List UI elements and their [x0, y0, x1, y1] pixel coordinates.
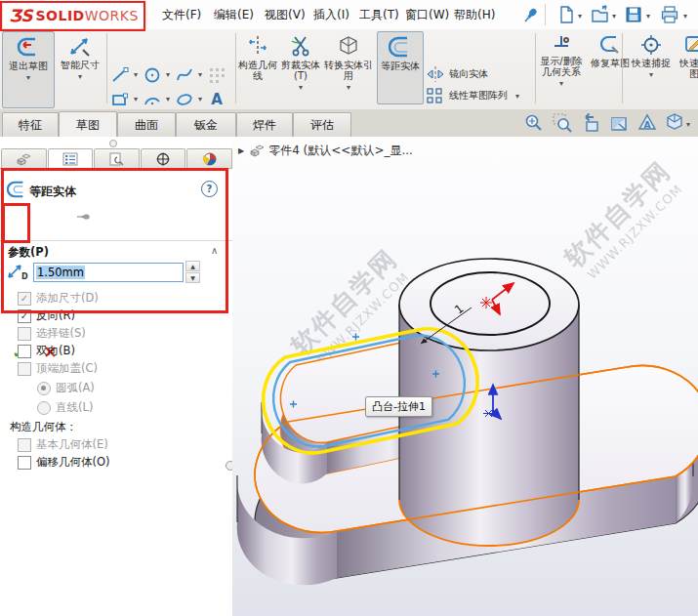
spline-tool-icon[interactable] — [175, 65, 194, 85]
option-label: 偏移几何体(O) — [36, 455, 110, 470]
exit-sketch-button[interactable]: 退出草图 ▾ — [2, 31, 55, 108]
menu-edit[interactable]: 编辑(E) — [214, 7, 254, 23]
sketch-text-icon[interactable]: A — [207, 90, 226, 109]
convert-entities-caret[interactable]: ▾ — [347, 82, 350, 93]
menu-view[interactable]: 视图(V) — [265, 7, 306, 23]
arc-tool-icon[interactable] — [143, 90, 162, 109]
option-offset-geometry[interactable]: 偏移几何体(O) — [18, 455, 110, 470]
trim-entities-caret[interactable]: ▾ — [299, 82, 303, 93]
tab-evaluate[interactable]: 评估 — [293, 112, 351, 137]
mirror-entities-button[interactable]: 镜向实体 — [426, 65, 488, 83]
arc-tool-caret[interactable]: ▾ — [163, 95, 173, 103]
line-tool-caret[interactable]: ▾ — [131, 70, 141, 79]
print-caret[interactable]: ▾ — [683, 12, 687, 21]
featuremanager-tab[interactable] — [1, 148, 47, 168]
radio-lines — [37, 401, 51, 415]
convert-entities-button[interactable]: 转换实体引用 ▾ — [324, 31, 373, 106]
menu-file[interactable]: 文件(F) — [162, 7, 201, 23]
option-reverse[interactable]: ✓反向(R) — [18, 308, 75, 323]
pin-panel-icon[interactable] — [74, 209, 92, 225]
parameters-section-header[interactable]: 参数(P) — [8, 245, 49, 260]
checkbox-offset-geometry[interactable] — [18, 456, 31, 470]
view-orientation-icon[interactable]: ▾ — [665, 112, 690, 134]
checkbox-base-geometry — [18, 438, 31, 452]
propertymanager-tab[interactable] — [48, 148, 94, 169]
circle-tool-icon[interactable] — [143, 65, 162, 85]
flyout-feature-tree[interactable]: ▶ 零件4 (默认<<默认>_显... — [238, 143, 413, 159]
solidworks-logo[interactable]: ƷS SOLIDWORKS — [2, 1, 145, 29]
new-document-icon[interactable] — [556, 5, 576, 24]
checkbox-reverse[interactable]: ✓ — [18, 309, 31, 323]
option-label: 反向(R) — [36, 308, 75, 323]
offset-entities-button[interactable]: 等距实体 — [377, 31, 424, 104]
tab-weldments[interactable]: 焊件 — [236, 112, 293, 137]
trim-entities-button[interactable]: 剪裁实体(T) ▾ — [279, 31, 322, 106]
exit-sketch-caret[interactable]: ▾ — [26, 72, 30, 83]
help-glyph: ? — [207, 184, 213, 194]
configurationmanager-tab[interactable] — [94, 148, 140, 168]
menu-bar: ƷS SOLIDWORKS 文件(F) 编辑(E) 视图(V) 插入(I) 工具… — [0, 0, 698, 30]
display-delete-relations-caret[interactable]: ▾ — [559, 78, 563, 89]
brand-light: WORKS — [85, 8, 139, 23]
menu-help[interactable]: 帮助(H) — [454, 7, 495, 23]
menu-insert[interactable]: 插入(I) — [313, 7, 349, 23]
tree-node-label[interactable]: 零件4 (默认<<默认>_显... — [268, 143, 413, 159]
help-icon[interactable]: ? — [201, 181, 218, 197]
zoom-area-icon[interactable] — [552, 112, 573, 134]
ellipse-tool-icon[interactable] — [175, 90, 194, 109]
svg-text:A: A — [644, 120, 651, 130]
smart-dimension-caret[interactable]: ▾ — [78, 71, 82, 82]
property-manager-panel: 等距实体 ? ✓ × 参数(P) ∧ D 1.50mm ▲ ▼ ✓添加尺寸(D)… — [0, 137, 233, 616]
tab-features[interactable]: 特征 — [2, 112, 59, 137]
linear-sketch-pattern-caret[interactable]: ▾ — [515, 92, 519, 101]
panel-collapse-handle[interactable] — [109, 140, 117, 147]
rapid-sketch-button[interactable]: 快速草图 — [679, 31, 698, 97]
rectangle-tool-caret[interactable]: ▾ — [131, 95, 141, 103]
pin-menubar-icon[interactable] — [520, 6, 540, 25]
display-delete-relations-button[interactable]: 显示/删除几何关系 ▾ — [538, 31, 585, 110]
offset-distance-input[interactable]: 1.50mm — [33, 263, 184, 282]
smart-dimension-button[interactable]: 智能尺寸 ▾ — [57, 31, 103, 106]
save-caret[interactable]: ▾ — [646, 12, 650, 21]
menu-window[interactable]: 窗口(W) — [405, 7, 449, 23]
checkbox-bidirectional[interactable] — [18, 345, 31, 358]
circle-tool-caret[interactable]: ▾ — [163, 70, 173, 79]
ellipse-tool-caret[interactable]: ▾ — [195, 95, 205, 103]
print-icon[interactable] — [660, 5, 679, 24]
section-collapse-chevron[interactable]: ∧ — [211, 245, 218, 256]
linear-sketch-pattern-button[interactable]: 线性草图阵列 ▾ — [426, 87, 508, 104]
flyout-expand-icon[interactable]: ▶ — [238, 146, 244, 155]
construction-geometry-button[interactable]: 构造几何线 — [238, 31, 277, 97]
heads-up-view-toolbar: A ▾ — [523, 112, 690, 134]
dimxpertmanager-icon — [154, 152, 172, 166]
tab-sketch[interactable]: 草图 — [59, 111, 117, 138]
spinner-down-button[interactable]: ▼ — [185, 272, 200, 283]
dimxpertmanager-tab[interactable] — [141, 148, 186, 168]
section-view-icon[interactable] — [608, 112, 630, 134]
display-style-icon[interactable]: A — [636, 112, 658, 134]
spinner-up-button[interactable]: ▲ — [185, 261, 200, 271]
option-select-chain: 选择链(S) — [18, 326, 86, 341]
quick-snaps-button[interactable]: 快速捕捉 ▾ — [626, 31, 677, 110]
model-canvas[interactable]: 1 — [232, 137, 698, 616]
open-document-caret[interactable]: ▾ — [612, 12, 616, 21]
quick-snaps-caret[interactable]: ▾ — [649, 69, 653, 80]
open-document-icon[interactable] — [590, 5, 609, 24]
toolbar-separator — [535, 33, 536, 103]
rectangle-tool-icon[interactable] — [110, 90, 130, 109]
tab-sheet-metal[interactable]: 钣金 — [176, 112, 236, 137]
zoom-fit-icon[interactable] — [523, 112, 545, 134]
option-label: 双向(B) — [36, 344, 75, 358]
option-arcs: 圆弧(A) — [37, 381, 95, 395]
option-bidirectional[interactable]: 双向(B) — [18, 344, 75, 358]
construction-geometry-label: 构造几何体： — [10, 420, 77, 434]
graphics-viewport[interactable]: 软件自学网 WWW.RJZXW.COM 软件自学网 WWW.RJZXW.COM — [232, 137, 698, 616]
line-tool-icon[interactable] — [110, 65, 130, 85]
previous-view-icon[interactable] — [580, 112, 601, 134]
tab-surfaces[interactable]: 曲面 — [117, 112, 176, 137]
menu-tools[interactable]: 工具(T) — [359, 7, 399, 23]
spline-tool-caret[interactable]: ▾ — [195, 70, 205, 79]
displaymanager-tab[interactable] — [186, 148, 232, 168]
save-icon[interactable] — [624, 5, 643, 24]
new-document-caret[interactable]: ▾ — [578, 12, 582, 21]
